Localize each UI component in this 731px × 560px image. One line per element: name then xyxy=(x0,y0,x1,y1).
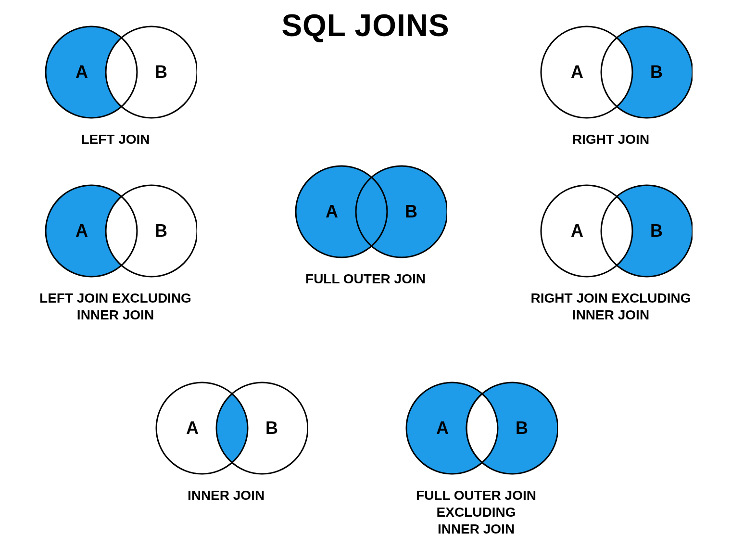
diagram-inner-join: A B INNER JOIN xyxy=(144,375,308,504)
venn-full-excl-join: A B xyxy=(394,375,558,481)
venn-inner-join: A B xyxy=(144,375,308,481)
caption-right-excl-join: RIGHT JOIN EXCLUDING INNER JOIN xyxy=(531,290,691,323)
caption-left-join: LEFT JOIN xyxy=(81,131,150,148)
label-a: A xyxy=(571,221,583,241)
svg-point-5 xyxy=(106,185,197,277)
diagram-full-excl-join: A B FULL OUTER JOIN EXCLUDING INNER JOIN xyxy=(375,375,577,537)
svg-point-9 xyxy=(541,185,632,277)
svg-point-3 xyxy=(541,26,632,118)
caption-right-join: RIGHT JOIN xyxy=(572,131,649,148)
venn-left-excl-join: A B xyxy=(34,178,197,284)
label-b: B xyxy=(516,418,528,438)
venn-right-excl-join: A B xyxy=(529,178,693,284)
sql-joins-cheatsheet: SQL JOINS A B LEFT JOIN A B RIGHT JOIN A xyxy=(0,0,731,560)
svg-point-1 xyxy=(106,26,197,118)
diagram-right-join: A B RIGHT JOIN xyxy=(529,19,693,148)
label-a: A xyxy=(186,418,199,438)
diagram-full-outer-join: A B FULL OUTER JOIN xyxy=(284,159,447,287)
venn-right-join: A B xyxy=(529,19,693,125)
venn-left-join: A B xyxy=(34,19,197,125)
label-b: B xyxy=(155,62,167,82)
caption-full-excl-join: FULL OUTER JOIN EXCLUDING INNER JOIN xyxy=(375,487,577,537)
venn-full-outer-join: A B xyxy=(284,159,447,265)
label-b: B xyxy=(650,221,663,241)
svg-point-7 xyxy=(356,166,447,257)
label-a: A xyxy=(436,418,449,438)
label-b: B xyxy=(650,62,663,82)
diagram-right-excl-join: A B RIGHT JOIN EXCLUDING INNER JOIN xyxy=(529,178,693,323)
diagram-left-excl-join: A B LEFT JOIN EXCLUDING INNER JOIN xyxy=(34,178,197,323)
caption-inner-join: INNER JOIN xyxy=(188,487,265,504)
label-a: A xyxy=(571,62,583,82)
caption-full-outer-join: FULL OUTER JOIN xyxy=(305,270,426,287)
label-a: A xyxy=(76,221,88,241)
caption-left-excl-join: LEFT JOIN EXCLUDING INNER JOIN xyxy=(39,290,191,323)
label-b: B xyxy=(405,202,417,221)
label-a: A xyxy=(76,62,88,82)
diagram-left-join: A B LEFT JOIN xyxy=(34,19,197,148)
label-b: B xyxy=(155,221,167,241)
label-a: A xyxy=(326,202,338,221)
label-b: B xyxy=(265,418,278,438)
